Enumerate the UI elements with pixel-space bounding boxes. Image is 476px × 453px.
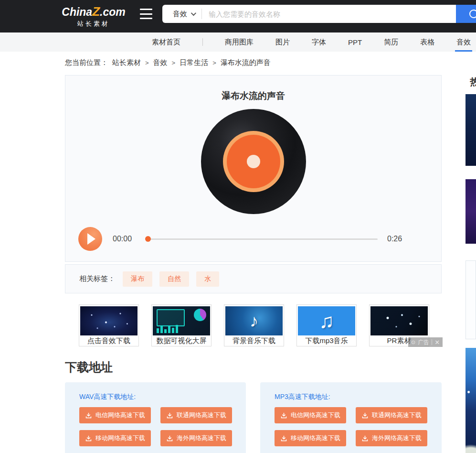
duration: 0:26	[387, 235, 402, 243]
music-notes-icon: ♫	[319, 311, 334, 331]
download-icon	[166, 412, 173, 419]
breadcrumb-prefix: 您当前位置：	[65, 58, 108, 67]
mp3-telecom-download-button[interactable]: 电信网络高速下载	[275, 407, 346, 423]
promo-row: 点击音效下载 数据可视化大屏 ♪ 背景音乐下载 ♫ 下载mp3音乐 PR素材	[79, 304, 429, 346]
vinyl-center-hole	[247, 155, 260, 168]
sidebar-promo-image-3[interactable]	[465, 348, 476, 453]
tag-nature[interactable]: 自然	[159, 271, 189, 287]
mp3-download-panel: MP3高速下载地址: 电信网络高速下载 联通网络高速下载 移动网络高速下载 海外…	[260, 382, 442, 453]
ad-badge: ⊙ 广告 ✕	[408, 337, 443, 347]
search-button[interactable]	[456, 5, 476, 23]
download-icon	[361, 435, 369, 442]
progress-handle[interactable]	[145, 236, 151, 242]
nav-item-sound-effects[interactable]: 音效	[456, 32, 471, 52]
breadcrumb-item-site[interactable]: 站长素材	[112, 58, 141, 67]
download-icon	[280, 412, 287, 419]
page-title: 瀑布水流的声音	[65, 90, 441, 102]
current-time: 00:00	[113, 235, 136, 243]
chevron-down-icon	[191, 11, 196, 16]
logo-wordmark: ChinaZ.com	[61, 4, 126, 19]
active-tab-underline	[455, 50, 472, 52]
wav-overseas-download-button[interactable]: 海外网络高速下载	[160, 430, 232, 446]
nav-item-ppt[interactable]: PPT	[348, 32, 362, 52]
music-note-icon: ♪	[250, 313, 258, 330]
nav-divider	[202, 38, 203, 46]
search-icon	[468, 9, 476, 21]
mp3-mobile-download-button[interactable]: 移动网络高速下载	[275, 430, 346, 446]
download-icon	[85, 412, 92, 419]
download-icon	[280, 435, 287, 442]
logo-subtitle: 站长素材	[61, 20, 126, 28]
search-bar: 音效	[162, 5, 476, 23]
download-section-heading: 下载地址	[65, 359, 113, 375]
related-tags-card: 相关标签： 瀑布 自然 水	[65, 264, 442, 293]
wav-download-panel: WAV高速下载地址: 电信网络高速下载 联通网络高速下载 移动网络高速下载 海外…	[65, 382, 246, 453]
breadcrumb-separator: >	[145, 59, 149, 66]
search-input[interactable]	[202, 5, 456, 23]
nav-item-stock-images[interactable]: 商用图库	[225, 32, 254, 52]
breadcrumb-separator: >	[212, 59, 216, 66]
ad-close-icon[interactable]: ✕	[434, 339, 440, 346]
wav-mobile-download-button[interactable]: 移动网络高速下载	[79, 430, 151, 446]
progress-track	[146, 238, 378, 240]
mp3-note-thumbnail: ♫	[298, 306, 355, 335]
play-icon	[87, 233, 95, 245]
tag-water[interactable]: 水	[196, 271, 219, 287]
download-icon	[361, 412, 369, 419]
sparkles-thumbnail	[370, 306, 428, 335]
logo-z-mark: Z	[92, 4, 100, 19]
ad-eye-icon: ⊙	[411, 339, 415, 345]
promo-card-mp3-download[interactable]: ♫ 下载mp3音乐	[296, 304, 357, 346]
promo-card-dataviz[interactable]: 数据可视化大屏	[151, 304, 212, 346]
audio-player-card: 瀑布水流的声音 00:00 0:26	[65, 75, 442, 262]
mp3-panel-label: MP3高速下载地址:	[275, 393, 330, 401]
play-button[interactable]	[78, 227, 102, 251]
sidebar-white-card	[465, 260, 476, 339]
download-icon	[85, 435, 92, 442]
starfield-thumbnail	[80, 306, 138, 335]
breadcrumb-item-daily-life[interactable]: 日常生活	[180, 58, 208, 67]
bar-chart-icon	[157, 325, 178, 333]
nav-item-tables[interactable]: 表格	[420, 32, 434, 52]
site-header: ChinaZ.com 站长素材 音效	[0, 0, 476, 32]
sidebar-promo-image-1[interactable]	[465, 94, 476, 166]
nav-item-home[interactable]: 素材首页	[152, 32, 180, 52]
ad-label: 广告	[418, 338, 429, 346]
wav-telecom-download-button[interactable]: 电信网络高速下载	[79, 407, 151, 423]
tag-waterfall[interactable]: 瀑布	[123, 271, 152, 287]
nav-item-resume[interactable]: 简历	[384, 32, 398, 52]
main-nav: 素材首页 商用图库 图片 字体 PPT 简历 表格 音效	[0, 32, 476, 52]
dashboard-thumbnail	[153, 306, 210, 335]
breadcrumb-item-audio[interactable]: 音效	[153, 58, 168, 67]
vinyl-record	[201, 109, 306, 214]
search-category-label: 音效	[173, 10, 187, 19]
breadcrumb: 您当前位置： 站长素材 > 音效 > 日常生活 > 瀑布水流的声音	[65, 58, 271, 67]
tags-label: 相关标签：	[79, 274, 115, 283]
sidebar-promo-image-2[interactable]	[465, 179, 476, 244]
site-logo[interactable]: ChinaZ.com 站长素材	[61, 4, 126, 28]
player-controls: 00:00 0:26	[78, 227, 429, 251]
download-icon	[166, 435, 173, 442]
promo-card-bgm-download[interactable]: ♪ 背景音乐下载	[224, 304, 284, 346]
breadcrumb-item-current: 瀑布水流的声音	[221, 58, 271, 67]
nav-item-fonts[interactable]: 字体	[312, 32, 326, 52]
progress-bar[interactable]	[146, 236, 378, 242]
promo-card-sound-download[interactable]: 点击音效下载	[79, 304, 139, 346]
sidebar-heading-fragment: 热	[470, 76, 476, 87]
wav-panel-label: WAV高速下载地址:	[79, 393, 136, 401]
hamburger-menu-icon[interactable]	[140, 9, 152, 19]
mp3-unicom-download-button[interactable]: 联通网络高速下载	[356, 407, 427, 423]
breadcrumb-separator: >	[172, 59, 176, 66]
mp3-overseas-download-button[interactable]: 海外网络高速下载	[356, 430, 427, 446]
music-note-thumbnail: ♪	[225, 306, 283, 335]
search-category-dropdown[interactable]: 音效	[162, 10, 201, 19]
nav-item-pictures[interactable]: 图片	[275, 32, 290, 52]
wav-unicom-download-button[interactable]: 联通网络高速下载	[160, 407, 232, 423]
